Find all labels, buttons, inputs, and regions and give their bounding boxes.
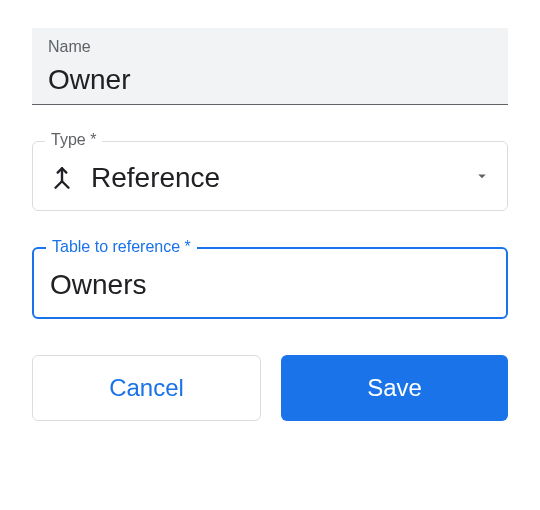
type-label: Type *	[45, 131, 102, 149]
button-row: Cancel Save	[32, 355, 508, 421]
name-field[interactable]: Name Owner	[32, 28, 508, 105]
name-label: Name	[48, 38, 492, 56]
name-value: Owner	[48, 64, 492, 96]
merge-icon	[49, 165, 75, 191]
table-reference-value: Owners	[50, 269, 490, 301]
cancel-button[interactable]: Cancel	[32, 355, 261, 421]
save-button[interactable]: Save	[281, 355, 508, 421]
chevron-down-icon	[473, 167, 491, 189]
table-reference-label: Table to reference *	[46, 238, 197, 256]
type-select[interactable]: Type * Reference	[32, 141, 508, 211]
type-value: Reference	[91, 162, 473, 194]
table-reference-select[interactable]: Table to reference * Owners	[32, 247, 508, 319]
